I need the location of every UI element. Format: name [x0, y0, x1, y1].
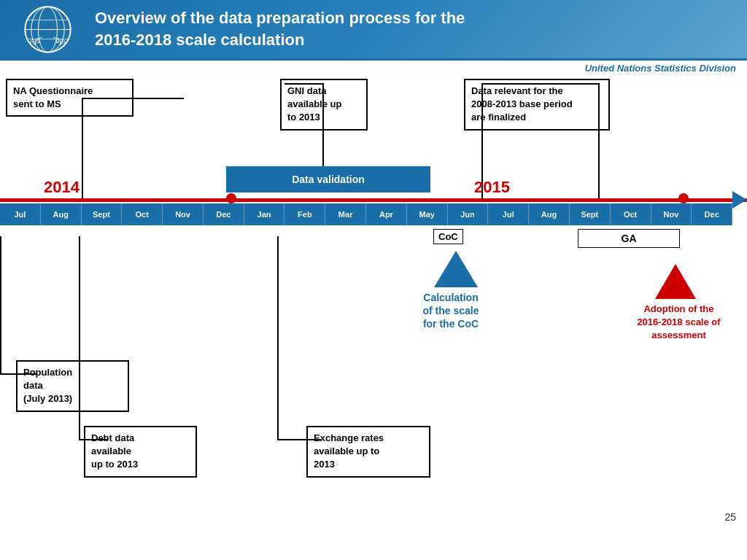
coc-triangle-icon — [434, 251, 478, 287]
adoption-box: Adoption of the2016-2018 scale ofassessm… — [622, 302, 735, 341]
debt-data-text: Debt dataavailableup to 2013 — [91, 432, 138, 470]
timeline-dot-2014 — [226, 193, 236, 203]
month-dec-1: Dec — [204, 203, 244, 225]
adoption-text: Adoption of the2016-2018 scale ofassessm… — [637, 303, 720, 341]
month-apr: Apr — [366, 203, 407, 225]
debt-hline — [79, 439, 108, 440]
header: Overview of the data preparation process… — [0, 0, 747, 58]
gni-hline — [285, 83, 322, 85]
na-vline — [82, 98, 83, 200]
month-dec-2: Dec — [692, 203, 732, 225]
month-nov-1: Nov — [163, 203, 204, 225]
data-relevant-text: Data relevant for the2008-2013 base peri… — [471, 85, 573, 122]
month-aug-1: Aug — [41, 203, 82, 225]
debt-data-box: Debt dataavailableup to 2013 — [84, 426, 197, 478]
title-line1: Overview of the data preparation process… — [95, 9, 465, 27]
exch-vline — [277, 236, 279, 440]
pop-hline — [0, 373, 36, 375]
month-nov-2: Nov — [651, 203, 692, 225]
pop-vline — [0, 236, 1, 375]
data-relevant-vline-right — [598, 83, 600, 198]
year-2015-label: 2015 — [474, 178, 510, 197]
data-relevant-hline-top — [481, 83, 598, 85]
month-aug-2: Aug — [529, 203, 570, 225]
ga-text: GA — [622, 233, 637, 244]
exch-hline — [277, 439, 321, 440]
month-jul-1: Jul — [0, 203, 41, 225]
exchange-rates-box: Exchange ratesavailable up to2013 — [306, 426, 430, 478]
debt-vline — [79, 236, 80, 440]
gni-data-box: GNI dataavailable upto 2013 — [280, 79, 368, 131]
month-feb: Feb — [285, 203, 325, 225]
title-line2: 2016-2018 scale calculation — [95, 31, 304, 49]
year-2014-label: 2014 — [44, 178, 80, 197]
month-sep-2: Sept — [570, 203, 611, 225]
month-jul-2: Jul — [488, 203, 529, 225]
na-hline — [82, 98, 184, 99]
na-questionnaire-text: NA Questionnairesent to MS — [13, 85, 93, 109]
month-may: May — [407, 203, 448, 225]
population-data-text: Populationdata(July 2013) — [23, 367, 72, 404]
gni-vline — [322, 83, 324, 168]
adoption-triangle-icon — [655, 264, 696, 299]
months-bar: Jul Aug Sept Oct Nov Dec Jan Feb Mar Apr… — [0, 203, 732, 225]
un-division-label: United Nations Statistics Division — [585, 63, 736, 74]
coc-text: CoC — [438, 231, 458, 242]
coc-label: CoC — [433, 229, 463, 244]
un-logo-container — [7, 4, 88, 55]
calculation-coc-text: Calculationof the scalefor the CoC — [422, 292, 479, 330]
month-mar: Mar — [325, 203, 366, 225]
data-validation-label: Data validation — [292, 174, 365, 185]
month-oct-1: Oct — [122, 203, 163, 225]
page-number: 25 — [724, 511, 736, 523]
exchange-rates-text: Exchange ratesavailable up to2013 — [314, 432, 384, 470]
population-data-box: Populationdata(July 2013) — [16, 360, 129, 412]
month-jan: Jan — [244, 203, 285, 225]
calculation-coc-box: Calculationof the scalefor the CoC — [403, 291, 498, 330]
timeline-line — [0, 198, 747, 202]
un-emblem-icon — [24, 6, 71, 53]
main-content: Jul Aug Sept Oct Nov Dec Jan Feb Mar Apr… — [0, 76, 747, 526]
timeline-arrow-icon — [732, 191, 747, 209]
ga-label: GA — [578, 229, 680, 248]
month-oct-2: Oct — [611, 203, 651, 225]
data-validation-box: Data validation — [226, 166, 430, 192]
month-sep-1: Sept — [82, 203, 123, 225]
un-division-bar: United Nations Statistics Division — [0, 58, 747, 76]
timeline-dot-2015 — [678, 193, 689, 203]
gni-data-text: GNI dataavailable upto 2013 — [287, 85, 341, 122]
month-jun: Jun — [448, 203, 489, 225]
data-relevant-box: Data relevant for the2008-2013 base peri… — [464, 79, 610, 131]
header-title: Overview of the data preparation process… — [95, 7, 465, 50]
